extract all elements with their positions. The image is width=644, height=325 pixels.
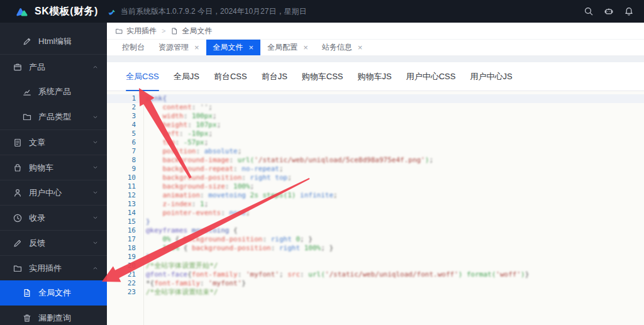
sidebar-item-cart[interactable]: 购物车 (0, 155, 107, 180)
code-line[interactable]: 8 background-image: url('/static/web/uni… (107, 156, 644, 165)
app-title: SK模板(财务) (35, 5, 98, 18)
code-line[interactable]: 7 position: absolute; (107, 147, 644, 156)
code-line[interactable]: 23/*全站字体设置结束*/ (107, 288, 644, 297)
bell-icon[interactable] (619, 0, 639, 23)
record-icon (13, 213, 23, 223)
tab-console[interactable]: 控制台 (115, 40, 152, 55)
code-line[interactable]: 13 z-index: 1; (107, 200, 644, 209)
trash-icon (22, 313, 32, 323)
folder-icon (115, 27, 123, 35)
breadcrumb-item[interactable]: 全局文件 (170, 26, 212, 36)
code-text: height: 107px; (143, 121, 221, 129)
tab-global-files[interactable]: 全局文件× (206, 40, 261, 55)
cart-icon (13, 163, 23, 173)
sidebar-item-label: Html编辑 (38, 36, 72, 47)
tab-global-config[interactable]: 全局配置× (260, 40, 315, 55)
sidebar-item-html-edit[interactable]: Html编辑 (0, 29, 107, 54)
code-line[interactable]: 19} (107, 253, 644, 262)
code-line[interactable]: 2 content: ''; (107, 103, 644, 112)
code-line[interactable]: 3 width: 100px; (107, 112, 644, 121)
tab-site-info[interactable]: 站务信息× (315, 40, 370, 55)
code-text: @keyframes movetoing { (143, 226, 238, 235)
code-text: left: -10px; (143, 129, 213, 138)
subtab-cart-js[interactable]: 购物车JS (358, 62, 392, 91)
sidebar-item-article[interactable]: 文章 (0, 129, 107, 155)
tab-close-icon[interactable]: × (303, 43, 308, 52)
logo[interactable]: SK模板(财务) (0, 5, 107, 18)
code-line[interactable]: 5 left: -10px; (107, 129, 644, 138)
subtab-global-css[interactable]: 全局CSS (126, 62, 159, 91)
sidebar-item-label: 购物车 (29, 162, 53, 174)
code-editor[interactable]: 1pink{2 content: '';3 width: 100px;4 hei… (107, 91, 644, 325)
code-line[interactable]: 22*{font-family: 'myfont'} (107, 279, 644, 288)
code-line[interactable]: 21@font-face{font-family: 'myfont'; src:… (107, 270, 644, 279)
sidebar-item-label: 漏删查询 (38, 312, 71, 324)
code-line[interactable]: 1pink{ (107, 94, 644, 103)
sidebar-item-label: 产品类型 (38, 111, 71, 123)
tab-close-icon[interactable]: × (194, 43, 199, 52)
sidebar-item-label: 收录 (29, 212, 45, 224)
sidebar-item-plugins[interactable]: 实用插件 (0, 255, 107, 280)
subtab-cart-css[interactable]: 购物车CSS (302, 62, 343, 91)
search-icon[interactable] (579, 0, 599, 23)
sidebar-item-records[interactable]: 收录 (0, 205, 107, 230)
line-number: 12 (107, 191, 143, 200)
code-line[interactable]: 4 height: 107px; (107, 121, 644, 129)
code-line[interactable]: 20/*全站字体设置开始*/ (107, 262, 644, 270)
sidebar-item-user-center[interactable]: 用户中心 (0, 180, 107, 205)
line-number: 6 (107, 138, 143, 147)
plugin-icon (13, 263, 23, 273)
sidebar-item-global-files[interactable]: 全局文件 (0, 280, 107, 306)
subtab-bar: 全局CSS全局JS前台CSS前台JS购物车CSS购物车JS用户中心CSS用户中心… (107, 62, 644, 91)
code-line[interactable]: 14 pointer-events: none; (107, 209, 644, 218)
subtab-front-js[interactable]: 前台JS (262, 62, 287, 91)
breadcrumb-item[interactable]: 实用插件 (115, 26, 157, 36)
code-line[interactable]: 10 background-position: right top; (107, 174, 644, 182)
code-line[interactable]: 16@keyframes movetoing { (107, 226, 644, 235)
line-number: 16 (107, 226, 143, 235)
sidebar-item-leak-query[interactable]: 漏删查询 (0, 306, 107, 325)
code-line[interactable]: 15} (107, 218, 644, 226)
sidebar-item-label: 反馈 (29, 238, 45, 249)
code-text: background-repeat: no-repeat; (143, 165, 284, 174)
tab-close-icon[interactable]: × (358, 43, 363, 52)
code-text: pointer-events: none; (143, 209, 250, 218)
header-actions (579, 0, 644, 23)
code-line[interactable]: 6 top: -57px; (107, 138, 644, 147)
code-line[interactable]: 9 background-repeat: no-repeat; (107, 165, 644, 174)
sidebar-item-system-product[interactable]: 系统产品 (0, 79, 107, 104)
user-icon (13, 188, 23, 198)
sidebar-item-product-type[interactable]: 产品类型 (0, 104, 107, 129)
sidebar-item-label: 产品 (29, 62, 45, 73)
tab-close-icon[interactable]: × (249, 43, 254, 52)
line-number: 21 (107, 270, 143, 279)
subtab-ucenter-js[interactable]: 用户中心JS (470, 62, 512, 91)
code-text: animation: movetoing 2s steps(1) infinit… (143, 191, 338, 200)
edit-icon (22, 36, 32, 47)
code-line[interactable]: 11 background-size: 100%; (107, 182, 644, 191)
code-text: } (143, 253, 150, 262)
code-line[interactable]: 17 0% { background-position: right 0; } (107, 235, 644, 244)
code-text: @font-face{font-family: 'myfont'; src: u… (143, 270, 529, 279)
sidebar-item-feedback[interactable]: 反馈 (0, 230, 107, 255)
product-icon (13, 62, 23, 72)
line-number: 18 (107, 244, 143, 253)
code-text: background-size: 100%; (143, 182, 254, 191)
robot-icon[interactable] (599, 0, 619, 23)
chevron-up-icon (92, 63, 99, 70)
tab-resource-mgmt[interactable]: 资源管理× (152, 40, 206, 55)
code-line[interactable]: 18 100% { background-position: right 100… (107, 244, 644, 253)
code-text: background-image: url('/static/web/uniql… (143, 156, 433, 165)
code-text: 100% { background-position: right 100%; … (143, 244, 333, 253)
code-line[interactable]: 12 animation: movetoing 2s steps(1) infi… (107, 191, 644, 200)
line-number: 20 (107, 262, 143, 270)
announcement-text: 当前系统版本1.0.7.9.2 今日，2024年10月27日，星期日 (121, 6, 306, 17)
subtab-front-css[interactable]: 前台CSS (214, 62, 247, 91)
breadcrumb-separator: > (162, 27, 165, 35)
chevron-down-icon (92, 164, 99, 171)
sidebar-item-product[interactable]: 产品 (0, 54, 107, 79)
content-panel: 全局CSS全局JS前台CSS前台JS购物车CSS购物车JS用户中心CSS用户中心… (107, 62, 644, 325)
subtab-ucenter-css[interactable]: 用户中心CSS (406, 62, 456, 91)
subtab-global-js[interactable]: 全局JS (174, 62, 199, 91)
line-number: 1 (107, 94, 143, 103)
